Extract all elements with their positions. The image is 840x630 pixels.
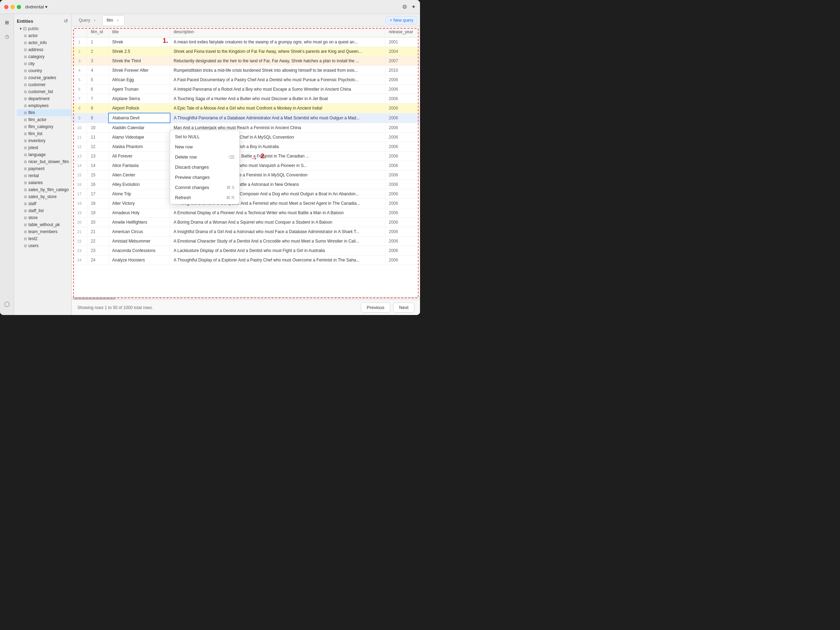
- sidebar-item-test2[interactable]: ⊞ test2: [17, 235, 71, 242]
- cell-title[interactable]: Shrek the Third: [109, 56, 170, 66]
- table-row[interactable]: 2121American CircusA Insightful Drama of…: [72, 227, 420, 237]
- context-refresh[interactable]: Refresh ⌘ R: [170, 193, 239, 203]
- cell-description[interactable]: A Thoughtful Panorama of a Database Admi…: [170, 113, 385, 123]
- cell-film-id[interactable]: 10: [87, 123, 109, 133]
- context-preview[interactable]: Preview changes: [170, 172, 239, 182]
- sidebar-item-film-actor[interactable]: ⊞ film_actor: [17, 116, 71, 123]
- table-row[interactable]: 1717Alone TripA Fast-Paced Character Stu…: [72, 189, 420, 199]
- cell-title[interactable]: Amadeus Holy: [109, 208, 170, 218]
- sidebar-item-salaries[interactable]: ⊞ salaries: [17, 179, 71, 186]
- cell-release-year[interactable]: 2006: [385, 199, 420, 208]
- cell-release-year[interactable]: 2006: [385, 75, 420, 85]
- ai-icon[interactable]: ✦: [411, 3, 416, 10]
- cell-title[interactable]: Alice Fantasia: [109, 161, 170, 171]
- cell-film-id[interactable]: 2: [87, 47, 109, 56]
- cell-title[interactable]: Alone Trip: [109, 189, 170, 199]
- col-release-year[interactable]: release_year: [385, 27, 420, 38]
- previous-button[interactable]: Previous: [361, 302, 391, 313]
- cell-release-year[interactable]: 2006: [385, 133, 420, 142]
- cell-release-year[interactable]: 2006: [385, 180, 420, 189]
- cell-film-id[interactable]: 9: [87, 113, 109, 123]
- context-delete-row[interactable]: Delete row ⌫: [170, 152, 239, 162]
- cell-release-year[interactable]: 2006: [385, 94, 420, 104]
- cell-title[interactable]: Shrek: [109, 38, 170, 47]
- settings-icon[interactable]: ⚙: [402, 3, 407, 10]
- cell-film-id[interactable]: 3: [87, 56, 109, 66]
- cell-title[interactable]: Ali Forever: [109, 152, 170, 161]
- cell-release-year[interactable]: 2006: [385, 104, 420, 114]
- sidebar-item-country[interactable]: ⊞ country: [17, 67, 71, 74]
- cell-title[interactable]: Shrek Forever After: [109, 66, 170, 75]
- cell-description[interactable]: A Intrepid Panorama of a Robot And a Boy…: [170, 85, 385, 94]
- next-button[interactable]: Next: [393, 302, 414, 313]
- col-title[interactable]: title: [109, 27, 170, 38]
- sidebar-item-customer[interactable]: ⊞ customer: [17, 81, 71, 88]
- cell-title[interactable]: Alley Evolution: [109, 180, 170, 189]
- tab-query[interactable]: Query ×: [74, 16, 101, 25]
- cell-release-year[interactable]: 2010: [385, 66, 420, 75]
- cell-release-year[interactable]: 2006: [385, 208, 420, 218]
- cell-description[interactable]: A Thoughtful Display of a Explorer And a…: [170, 256, 385, 265]
- sidebar-item-store[interactable]: ⊞ store: [17, 214, 71, 221]
- cell-description[interactable]: Rumpelstiltskin tricks a mid-life crisis…: [170, 66, 385, 75]
- public-group-header[interactable]: ▾ ⊡ public: [17, 25, 71, 32]
- cell-title[interactable]: Amistad Midsummer: [109, 237, 170, 246]
- cell-film-id[interactable]: 15: [87, 171, 109, 180]
- cell-title[interactable]: Anaconda Confessions: [109, 246, 170, 256]
- sidebar-item-sales-by-film[interactable]: ⊞ sales_by_film_catego: [17, 186, 71, 193]
- table-row[interactable]: 99Alabama DevilA Thoughtful Panorama of …: [72, 113, 420, 123]
- sidebar-item-film-category[interactable]: ⊞ film_category: [17, 123, 71, 130]
- col-description[interactable]: description: [170, 27, 385, 38]
- cell-title[interactable]: Alaska Phantom: [109, 142, 170, 152]
- table-row[interactable]: 11ShrekA mean lord exiles fairytale crea…: [72, 38, 420, 47]
- table-row[interactable]: 33Shrek the ThirdReluctantly designated …: [72, 56, 420, 66]
- table-row[interactable]: 1313Ali Forevera Dentist And a Crocodile…: [72, 152, 420, 161]
- table-row[interactable]: 22Shrek 2.5Shrek and Fiona travel to the…: [72, 47, 420, 56]
- user-icon[interactable]: ◯: [3, 300, 11, 308]
- cell-title[interactable]: Alien Center: [109, 171, 170, 180]
- table-row[interactable]: 44Shrek Forever AfterRumpelstiltskin tri…: [72, 66, 420, 75]
- close-button[interactable]: [4, 5, 8, 9]
- cell-release-year[interactable]: 2006: [385, 246, 420, 256]
- dropdown-icon[interactable]: ▾: [45, 4, 47, 9]
- maximize-button[interactable]: [17, 5, 21, 9]
- context-set-null[interactable]: Set to NULL: [170, 132, 239, 142]
- cell-film-id[interactable]: 23: [87, 246, 109, 256]
- cell-film-id[interactable]: 22: [87, 237, 109, 246]
- table-row[interactable]: 55African EggA Fast-Paced Documentary of…: [72, 75, 420, 85]
- cell-title[interactable]: Shrek 2.5: [109, 47, 170, 56]
- cell-description[interactable]: Shrek and Fiona travel to the Kingdom of…: [170, 47, 385, 56]
- cell-release-year[interactable]: 2006: [385, 161, 420, 171]
- cell-description[interactable]: A Insightful Drama of a Girl And a Astro…: [170, 227, 385, 237]
- cell-film-id[interactable]: 17: [87, 189, 109, 199]
- table-row[interactable]: 66Agent TrumanA Intrepid Panorama of a R…: [72, 85, 420, 94]
- cell-release-year[interactable]: 2001: [385, 38, 420, 47]
- cell-film-id[interactable]: 16: [87, 180, 109, 189]
- cell-description[interactable]: A Emotional Display of a Pioneer And a T…: [170, 208, 385, 218]
- cell-description[interactable]: A mean lord exiles fairytale creatures t…: [170, 38, 385, 47]
- sidebar-item-sales-by-store[interactable]: ⊞ sales_by_store: [17, 193, 71, 200]
- table-row[interactable]: 2222Amistad MidsummerA Emotional Charact…: [72, 237, 420, 246]
- table-container[interactable]: film_id title description release_year 1…: [72, 27, 420, 297]
- cell-film-id[interactable]: 18: [87, 199, 109, 208]
- context-new-row[interactable]: New row: [170, 142, 239, 152]
- context-discard[interactable]: Discard changes: [170, 162, 239, 172]
- col-film-id[interactable]: film_id: [87, 27, 109, 38]
- cell-film-id[interactable]: 21: [87, 227, 109, 237]
- refresh-icon[interactable]: ↺: [64, 18, 68, 24]
- table-row[interactable]: 1414Alice FantasiaImrk And a Database Ad…: [72, 161, 420, 171]
- sidebar-item-city[interactable]: ⊞ city: [17, 60, 71, 67]
- sidebar-item-staff-list[interactable]: ⊞ staff_list: [17, 207, 71, 214]
- table-row[interactable]: 1111Alamo VideotapeAnd a Cat who must Fi…: [72, 133, 420, 142]
- cell-film-id[interactable]: 20: [87, 218, 109, 227]
- sidebar-item-actor[interactable]: ⊞ actor: [17, 32, 71, 39]
- cell-description[interactable]: A Lacklusture Display of a Dentist And a…: [170, 246, 385, 256]
- cell-title[interactable]: Aladdin Calendar: [109, 123, 170, 133]
- cell-release-year[interactable]: 2006: [385, 218, 420, 227]
- sidebar-item-category[interactable]: ⊞ category: [17, 53, 71, 60]
- cell-description[interactable]: A Boring Drama of a Woman And a Squirrel…: [170, 218, 385, 227]
- cell-film-id[interactable]: 4: [87, 66, 109, 75]
- cell-release-year[interactable]: 2006: [385, 123, 420, 133]
- cell-release-year[interactable]: 2006: [385, 237, 420, 246]
- cell-title[interactable]: Agent Truman: [109, 85, 170, 94]
